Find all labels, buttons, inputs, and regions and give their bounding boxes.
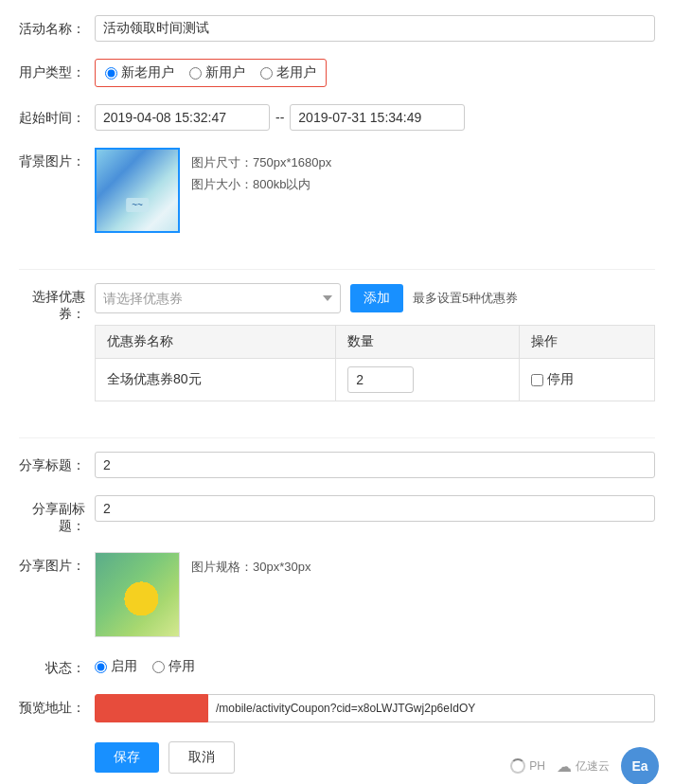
radio-all-users-label: 新老用户 (121, 64, 174, 81)
share-image-info: 图片规格：30px*30px (191, 552, 310, 578)
share-image-spec: 图片规格：30px*30px (191, 556, 310, 578)
coupon-action-cell: 停用 (520, 359, 655, 401)
activity-name-label: 活动名称： (19, 15, 95, 38)
radio-old-users[interactable]: 老用户 (260, 64, 316, 81)
user-type-row: 用户类型： 新老用户 新用户 老用户 (19, 59, 655, 87)
radio-new-users-label: 新用户 (205, 64, 245, 81)
preview-url-suffix: /mobile/activityCoupon?cid=x8oLWJTGwj2p6… (216, 702, 475, 715)
share-subtitle-input[interactable] (95, 495, 655, 522)
radio-new-users-input[interactable] (189, 67, 202, 80)
activity-name-content (95, 15, 655, 42)
time-content: -- (95, 104, 655, 131)
preview-url-row: 预览地址： /mobile/activityCoupon?cid=x8oLWJT… (19, 694, 655, 722)
footer-ph: PH (510, 758, 545, 774)
coupon-row: 选择优惠券： 请选择优惠券 添加 最多设置5种优惠券 优惠券名称 数量 操作 (19, 283, 655, 401)
coupon-hint: 最多设置5种优惠券 (413, 290, 518, 307)
radio-old-users-label: 老用户 (276, 64, 316, 81)
form-page: 活动名称： 用户类型： 新老用户 新用户 老用户 (0, 0, 674, 784)
end-time-input[interactable] (290, 104, 465, 131)
status-content: 启用 停用 (95, 654, 655, 675)
coupon-col-qty: 数量 (336, 326, 520, 359)
bg-image-limit-label: 图片大小：800kb以内 (191, 173, 331, 195)
cancel-button[interactable]: 取消 (168, 741, 235, 774)
coupon-select-row: 请选择优惠券 添加 最多设置5种优惠券 (95, 283, 655, 313)
coupon-disable-action: 停用 (531, 371, 643, 388)
coupon-table-header-row: 优惠券名称 数量 操作 (96, 326, 655, 359)
coupon-name-cell: 全场优惠券80元 (96, 359, 336, 401)
share-subtitle-content (95, 495, 655, 522)
radio-new-users[interactable]: 新用户 (189, 64, 245, 81)
share-title-content (95, 452, 655, 478)
share-title-label: 分享标题： (19, 452, 95, 474)
radio-all-users-input[interactable] (105, 67, 117, 80)
radio-enable-input[interactable] (95, 661, 107, 673)
save-button[interactable]: 保存 (95, 742, 159, 773)
preview-url-label: 预览地址： (19, 694, 95, 717)
coupon-label: 选择优惠券： (19, 283, 95, 323)
radio-old-users-input[interactable] (260, 67, 273, 80)
radio-disable-label: 停用 (168, 658, 195, 675)
bg-image-label: 背景图片： (19, 148, 95, 170)
preview-url-content: /mobile/activityCoupon?cid=x8oLWJTGwj2p6… (95, 694, 655, 722)
status-label: 状态： (19, 654, 95, 677)
share-image-upload-area: 图片规格：30px*30px (95, 552, 655, 637)
share-image-preview[interactable] (95, 552, 180, 637)
url-red-part (95, 694, 208, 722)
radio-all-users[interactable]: 新老用户 (105, 64, 174, 81)
bg-image-info: 图片尺寸：750px*1680px 图片大小：800kb以内 (191, 148, 331, 196)
share-subtitle-label: 分享副标题： (19, 495, 95, 535)
share-image-preview-bg (96, 553, 179, 636)
cloud-icon: ☁ (557, 757, 572, 775)
coupon-qty-input[interactable] (347, 366, 414, 393)
spinner-icon (510, 758, 525, 774)
user-type-content: 新老用户 新用户 老用户 (95, 59, 655, 87)
coupon-table: 优惠券名称 数量 操作 全场优惠券80元 停 (95, 325, 655, 401)
bg-image-content: ~~ 图片尺寸：750px*1680px 图片大小：800kb以内 (95, 148, 655, 233)
date-range: -- (95, 104, 655, 131)
activity-name-row: 活动名称： (19, 15, 655, 42)
share-title-input[interactable] (95, 452, 655, 478)
ea-badge: Ea (621, 747, 659, 784)
share-image-label: 分享图片： (19, 552, 95, 575)
status-radio-group: 启用 停用 (95, 654, 655, 675)
radio-enable[interactable]: 启用 (95, 658, 137, 675)
coupon-select-dropdown[interactable]: 请选择优惠券 (95, 283, 341, 313)
bg-image-preview-bg: ~~ (97, 150, 178, 231)
footer-logo: ☁ 亿速云 (557, 757, 610, 775)
time-row: 起始时间： -- (19, 104, 655, 131)
coupon-disable-label: 停用 (547, 371, 574, 388)
share-title-row: 分享标题： (19, 452, 655, 478)
user-type-radio-group: 新老用户 新用户 老用户 (95, 59, 327, 87)
bg-image-upload-area: ~~ 图片尺寸：750px*1680px 图片大小：800kb以内 (95, 148, 655, 233)
radio-disable-input[interactable] (152, 661, 165, 673)
radio-enable-label: 启用 (111, 658, 137, 675)
bg-image-preview[interactable]: ~~ (95, 148, 180, 233)
coupon-qty-cell (336, 359, 520, 401)
coupon-disable-checkbox[interactable] (531, 374, 543, 386)
activity-name-input[interactable] (95, 15, 655, 42)
ea-badge-text: Ea (631, 758, 647, 774)
date-separator: -- (275, 110, 284, 125)
bg-image-overlay: ~~ (126, 198, 149, 212)
share-image-row: 分享图片： 图片规格：30px*30px (19, 552, 655, 637)
footer: PH ☁ 亿速云 Ea (510, 747, 659, 784)
url-black-part: /mobile/activityCoupon?cid=x8oLWJTGwj2p6… (208, 694, 655, 722)
preview-url-wrapper: /mobile/activityCoupon?cid=x8oLWJTGwj2p6… (95, 694, 655, 722)
coupon-add-button[interactable]: 添加 (350, 284, 403, 312)
coupon-content: 请选择优惠券 添加 最多设置5种优惠券 优惠券名称 数量 操作 全场优惠券80元 (95, 283, 655, 401)
footer-logo-label: 亿速云 (576, 758, 610, 775)
share-subtitle-row: 分享副标题： (19, 495, 655, 535)
coupon-col-action: 操作 (520, 326, 655, 359)
time-label: 起始时间： (19, 104, 95, 127)
coupon-col-name: 优惠券名称 (96, 326, 336, 359)
footer-ph-label: PH (529, 759, 545, 773)
radio-disable[interactable]: 停用 (152, 658, 195, 675)
bg-image-row: 背景图片： ~~ 图片尺寸：750px*1680px 图片大小：800kb以内 (19, 148, 655, 233)
share-image-content: 图片规格：30px*30px (95, 552, 655, 637)
user-type-label: 用户类型： (19, 59, 95, 81)
table-row: 全场优惠券80元 停用 (96, 359, 655, 401)
start-time-input[interactable] (95, 104, 270, 131)
status-row: 状态： 启用 停用 (19, 654, 655, 677)
bg-image-size-label: 图片尺寸：750px*1680px (191, 151, 331, 173)
